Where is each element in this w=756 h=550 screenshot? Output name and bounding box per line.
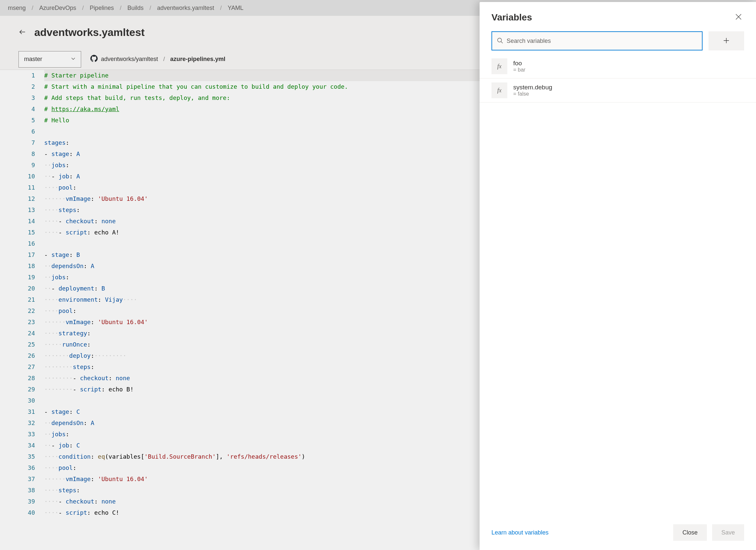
repo-path: adventworks/yamltest / azure-pipelines.y… [90,55,225,64]
path-separator: / [163,56,165,63]
chevron-down-icon [71,56,76,63]
breadcrumb-item[interactable]: YAML [228,5,243,12]
fx-icon: fx [491,82,507,98]
line-number-gutter: 1234567891011121314151617181920212223242… [0,70,44,518]
back-arrow-icon[interactable] [18,28,26,37]
branch-name: master [24,56,42,63]
breadcrumb-separator: / [82,5,84,12]
svg-point-0 [498,38,502,42]
branch-dropdown[interactable]: master [18,51,81,68]
breadcrumb-separator: / [120,5,121,12]
save-button: Save [712,524,744,541]
plus-icon [723,37,730,45]
close-icon[interactable] [733,11,744,23]
variable-name: system.debug [513,84,552,91]
variable-name: foo [513,60,525,67]
add-variable-button[interactable] [709,31,744,50]
breadcrumb-item[interactable]: Builds [127,5,143,12]
search-variables-input-wrapper[interactable] [491,31,703,50]
file-name[interactable]: azure-pipelines.yml [170,56,225,63]
breadcrumb-separator: / [32,5,33,12]
repo-name[interactable]: adventworks/yamltest [101,56,158,63]
fx-icon: fx [491,58,507,74]
variable-row[interactable]: fxfoo= bar [480,54,756,79]
breadcrumb-separator: / [220,5,222,12]
learn-about-variables-link[interactable]: Learn about variables [491,529,668,536]
search-variables-input[interactable] [507,38,697,45]
close-button[interactable]: Close [673,524,707,541]
variable-value: = false [513,91,552,97]
breadcrumb-item[interactable]: AzureDevOps [39,5,76,12]
breadcrumb-separator: / [149,5,151,12]
breadcrumb-item[interactable]: adventworks.yamltest [157,5,214,12]
breadcrumb-item[interactable]: mseng [8,5,26,12]
github-icon [90,55,98,64]
panel-title: Variables [491,12,532,23]
variables-panel: Variables fxfoo= barfxsystem.debug= fals… [480,2,756,550]
variable-value: = bar [513,67,525,73]
breadcrumb-item[interactable]: Pipelines [90,5,114,12]
variables-list: fxfoo= barfxsystem.debug= false [480,54,756,518]
variable-row[interactable]: fxsystem.debug= false [480,79,756,103]
page-title: adventworks.yamltest [34,26,144,39]
search-icon [497,37,503,45]
